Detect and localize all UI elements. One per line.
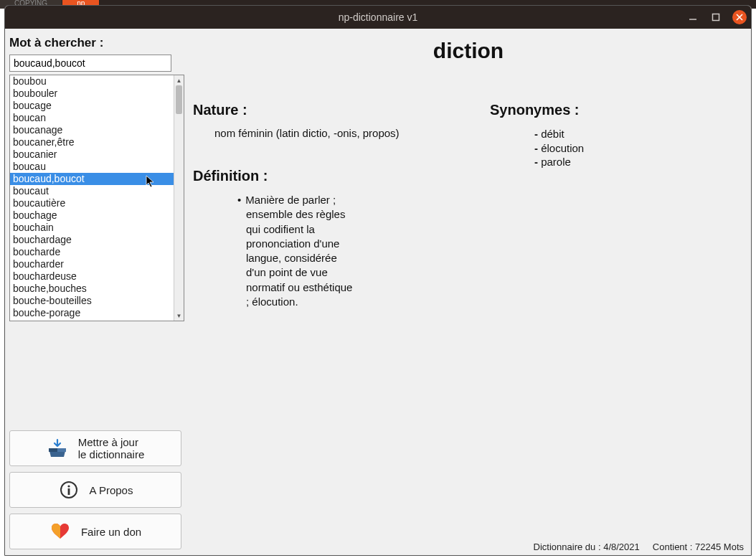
dropdown-item[interactable]: bouchain bbox=[10, 222, 174, 234]
dropdown-item[interactable]: bouchardage bbox=[10, 234, 174, 246]
autocomplete-dropdown: bouboubouboulerboucageboucanboucanagebou… bbox=[9, 75, 184, 321]
svg-point-5 bbox=[67, 485, 70, 487]
window-title: np-dictionnaire v1 bbox=[339, 11, 418, 23]
dropdown-item[interactable]: bouche,bouches bbox=[10, 283, 174, 295]
client-area: Mot à chercher : bouboubouboulerboucageb… bbox=[5, 29, 751, 555]
dropdown-item[interactable]: boucaud,boucot bbox=[10, 173, 174, 185]
dropdown-item[interactable]: bouchardeuse bbox=[10, 270, 174, 283]
minimize-button[interactable] bbox=[686, 11, 699, 24]
definition-item: Manière de parler ; ensemble des règles … bbox=[237, 193, 354, 309]
dropdown-item[interactable]: bouchage bbox=[10, 209, 174, 222]
download-box-icon bbox=[47, 438, 68, 459]
dropdown-item[interactable]: boucaut bbox=[10, 185, 174, 197]
dropdown-item[interactable]: boucharder bbox=[10, 258, 174, 270]
status-count: Contient : 72245 Mots bbox=[653, 542, 744, 552]
nature-heading: Nature : bbox=[193, 102, 447, 118]
dropdown-list[interactable]: bouboubouboulerboucageboucanboucanagebou… bbox=[10, 75, 174, 321]
entry-word: diction bbox=[193, 39, 744, 63]
scroll-thumb[interactable] bbox=[176, 85, 182, 114]
synonyms-heading: Synonymes : bbox=[490, 102, 744, 118]
definition-panel: diction Nature : nom féminin (latin dict… bbox=[193, 39, 744, 534]
maximize-button[interactable] bbox=[709, 11, 722, 24]
status-bar: Dictionnaire du : 4/8/2021 Contient : 72… bbox=[534, 542, 744, 552]
about-button-label: A Propos bbox=[90, 484, 133, 496]
titlebar: np-dictionnaire v1 bbox=[5, 6, 751, 29]
scroll-up-icon[interactable]: ▲ bbox=[174, 75, 184, 85]
dropdown-item[interactable]: boubouler bbox=[10, 88, 174, 100]
update-dictionary-button[interactable]: Mettre à jour le dictionnaire bbox=[9, 430, 181, 466]
nature-value: nom féminin (latin dictio, -onis, propos… bbox=[214, 127, 447, 139]
dropdown-item[interactable]: bouche-porage bbox=[10, 307, 174, 319]
dropdown-item[interactable]: bouche-bouteilles bbox=[10, 295, 174, 307]
dropdown-item[interactable]: boucanage bbox=[10, 124, 174, 136]
dropdown-item[interactable]: boucaner,être bbox=[10, 136, 174, 148]
window-controls bbox=[686, 10, 747, 24]
synonym-item: débit bbox=[534, 127, 744, 141]
svg-rect-1 bbox=[713, 14, 719, 21]
svg-rect-6 bbox=[67, 488, 70, 495]
search-label: Mot à chercher : bbox=[9, 36, 189, 50]
action-buttons: Mettre à jour le dictionnaire A Propos F… bbox=[9, 430, 181, 549]
synonym-item: élocution bbox=[534, 141, 744, 156]
app-window: np-dictionnaire v1 Mot à chercher : boub… bbox=[4, 5, 752, 556]
dropdown-item[interactable]: boucharde bbox=[10, 246, 174, 258]
close-button[interactable] bbox=[732, 10, 747, 24]
donate-button-label: Faire un don bbox=[81, 526, 141, 538]
about-button[interactable]: A Propos bbox=[9, 472, 181, 508]
dropdown-item[interactable]: boucautière bbox=[10, 197, 174, 209]
update-button-label: Mettre à jour le dictionnaire bbox=[78, 436, 145, 461]
heart-icon bbox=[49, 521, 71, 542]
dropdown-scrollbar[interactable]: ▲ ▼ bbox=[174, 75, 184, 321]
dropdown-item[interactable]: boucau bbox=[10, 161, 174, 173]
donate-button[interactable]: Faire un don bbox=[9, 514, 181, 549]
synonym-item: parole bbox=[534, 155, 744, 169]
scroll-down-icon[interactable]: ▼ bbox=[174, 311, 184, 321]
dropdown-item[interactable]: boubou bbox=[10, 75, 174, 88]
info-icon bbox=[58, 479, 80, 501]
dropdown-item[interactable]: boucage bbox=[10, 100, 174, 112]
search-input[interactable] bbox=[9, 55, 171, 72]
status-date: Dictionnaire du : 4/8/2021 bbox=[534, 542, 640, 552]
definition-heading: Définition : bbox=[193, 168, 447, 184]
dropdown-item[interactable]: boucan bbox=[10, 112, 174, 124]
dropdown-item[interactable]: boucanier bbox=[10, 148, 174, 161]
